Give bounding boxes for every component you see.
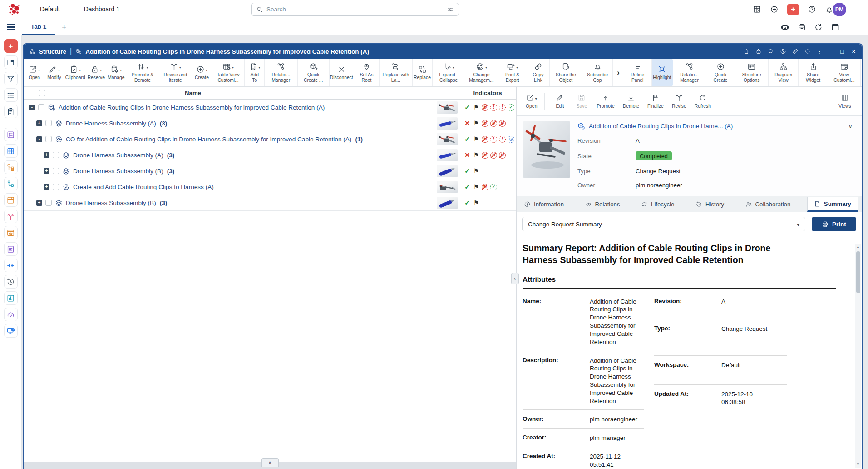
sidebar-item-windows[interactable] [4,55,18,69]
toolbar-button[interactable]: Clipboard [64,59,86,86]
views-button[interactable]: Views [835,93,854,110]
expander-button[interactable]: + [44,168,49,174]
panel-toolbar-button[interactable]: Save [572,93,591,110]
quick-add-button[interactable]: + [787,4,799,15]
panel-toolbar-button[interactable]: Revise [669,93,689,110]
toolbar-button[interactable]: Replace with La... [380,59,412,86]
home-icon[interactable] [743,48,750,55]
tree-row[interactable]: + Drone Harness Subassembly (B) (3) [24,163,516,179]
expander-button[interactable]: + [36,200,42,206]
sidebar-item-lists[interactable] [4,88,18,102]
row-checkbox[interactable] [45,120,52,126]
report-type-select[interactable]: Change Request Summary [522,217,805,231]
tree-row[interactable]: + Create and Add Cable Routing Clips to … [24,179,516,195]
select-all-checkbox[interactable] [39,90,45,96]
panel-toolbar-button[interactable]: Edit [550,93,569,110]
sidebar-item-preview[interactable] [4,226,18,239]
lock-icon[interactable] [755,48,762,55]
create-icon[interactable] [770,5,779,14]
expander-button[interactable]: - [36,136,42,142]
expander-button[interactable]: - [29,105,35,110]
toolbar-button[interactable]: Open [25,59,44,86]
item-name[interactable]: Drone Harness Subassembly (A) [73,152,163,159]
search-input[interactable] [266,6,443,13]
sidebar-item-layouts[interactable] [4,193,18,207]
search-icon[interactable] [768,48,774,55]
tree-row[interactable]: + Drone Harness Subassembly (A) (3) [24,115,516,131]
toolbar-button[interactable]: Reserve [86,59,106,86]
tree-row[interactable]: + Drone Harness Subassembly (A) (3) [24,147,516,163]
new-window-icon[interactable] [831,23,840,32]
indicators-column-header[interactable]: Indicators [459,90,516,96]
spreadsheet-icon[interactable] [753,5,761,14]
sidebar-item-workflows[interactable] [4,210,18,223]
toolbar-button[interactable]: View Customi... [828,59,861,86]
item-name[interactable]: CO for Addition of Cable Routing Clips i… [66,136,351,143]
toolbar-button[interactable]: Share the Object [550,59,582,86]
workspace-switcher[interactable]: Default [28,0,72,19]
user-avatar[interactable]: PM [833,3,846,16]
item-name[interactable]: Addition of Cable Routing Clips in Drone… [59,104,325,111]
scroll-down-arrow[interactable] [856,461,860,468]
tree-row[interactable]: + Drone Harness Subassembly (B) (3) [24,195,516,211]
expander-button[interactable]: + [44,184,49,190]
row-checkbox[interactable] [53,152,59,158]
sidebar-item-relationships[interactable] [4,177,18,190]
help-icon[interactable] [808,5,816,14]
collapse-detail-icon[interactable]: ∨ [845,123,855,130]
name-column-header[interactable]: Name [24,90,435,96]
sidebar-item-clipboard[interactable] [4,105,18,118]
row-checkbox[interactable] [53,168,59,174]
sidebar-item-structure[interactable] [4,160,18,174]
panel-tab[interactable]: History [691,197,729,212]
item-title-link[interactable]: Addition of Cable Routing Clips in Drone… [589,123,733,130]
app-logo[interactable] [0,0,28,19]
toolbar-button[interactable]: Create [192,59,212,86]
toolbar-button[interactable]: Relatio... Manager [673,59,706,86]
sidebar-item-history[interactable] [4,275,18,289]
toolbar-button[interactable]: Add To [245,59,265,86]
row-checkbox[interactable] [53,184,59,190]
item-name[interactable]: Drone Harness Subassembly (B) [73,168,163,175]
collapse-panel-button[interactable]: ∧ [261,458,279,467]
sidebar-item-tables[interactable] [4,144,18,158]
panel-toolbar-button[interactable]: Finalize [645,93,666,110]
toolbar-overflow-chevron[interactable]: › [613,68,624,77]
toolbar-button[interactable]: Structure Options [735,59,769,86]
toolbar-button[interactable]: Highlight [652,59,673,86]
toolbar-button[interactable]: Subscribe Cop [582,59,613,86]
minimize-button[interactable]: – [830,49,833,55]
item-name[interactable]: Create and Add Cable Routing Clips to Ha… [73,184,214,190]
panel-tab[interactable]: Collaboration [741,197,795,212]
expander-button[interactable]: + [44,152,49,158]
item-name[interactable]: Drone Harness Subassembly (B) [66,200,156,206]
panel-tab[interactable]: Relations [581,197,625,212]
toolbar-button[interactable]: Set As Root [354,59,380,86]
tree-row[interactable]: - CO for Addition of Cable Routing Clips… [24,131,516,147]
sidebar-item-filter[interactable] [4,72,18,85]
panel-tab[interactable]: Information [519,197,568,212]
item-name[interactable]: Drone Harness Subassembly (A) [66,120,156,127]
toolbar-button[interactable]: Print & Export [498,59,527,86]
sidebar-new-button[interactable]: + [4,39,18,53]
dashboard-title[interactable]: Dashboard 1 [72,0,132,19]
panel-scrollbar[interactable] [855,244,861,468]
toolbar-button[interactable]: Manage [106,59,126,86]
more-options-icon[interactable]: ⋮ [817,49,823,55]
tab-1[interactable]: Tab 1 [22,19,55,35]
expander-button[interactable]: + [36,120,42,126]
tree-row[interactable]: - Addition of Cable Routing Clips in Dro… [24,100,516,115]
app-drawer-icon[interactable] [797,23,806,32]
row-checkbox[interactable] [45,136,52,142]
panel-tab[interactable]: Summary [807,197,858,212]
global-search[interactable] [251,3,459,16]
row-checkbox[interactable] [38,104,44,110]
toolbar-button[interactable]: Refine Panel [624,59,652,86]
row-checkbox[interactable] [45,200,52,206]
scroll-thumb[interactable] [856,251,860,293]
copy-link-icon[interactable] [792,48,799,55]
toolbar-button[interactable]: Expand - Collapse [433,59,465,86]
toolbar-button[interactable]: Quick Create [706,59,735,86]
panel-toolbar-button[interactable]: Promote [594,93,617,110]
toolbar-button[interactable]: Modify [44,59,64,86]
